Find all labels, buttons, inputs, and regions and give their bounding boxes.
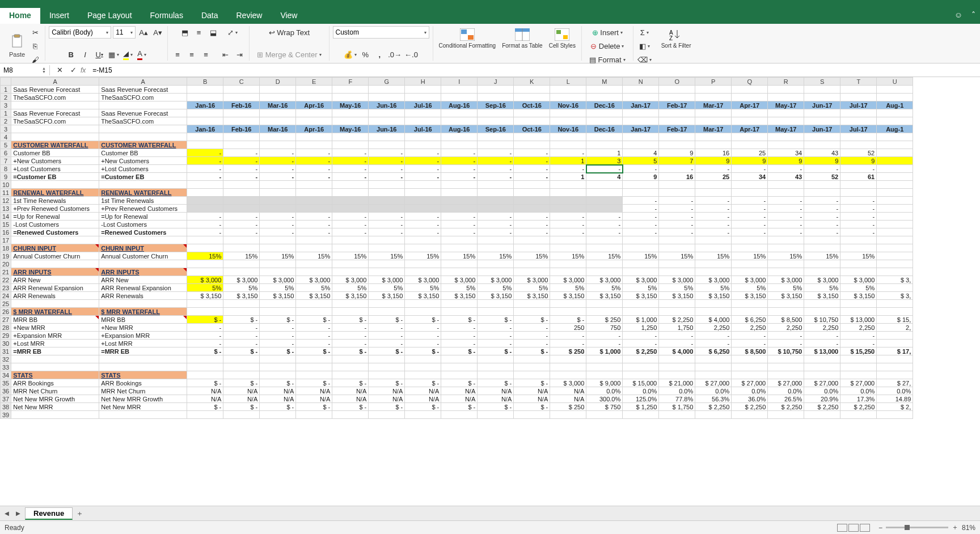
cell[interactable] bbox=[659, 117, 695, 125]
cell[interactable]: Saas Revenue Forecast bbox=[11, 86, 99, 94]
cell[interactable] bbox=[405, 205, 441, 213]
row-header[interactable]: 19 bbox=[1, 252, 11, 260]
cell[interactable]: 9 bbox=[623, 173, 659, 181]
cell[interactable]: MRR BB bbox=[99, 316, 187, 324]
cell[interactable]: 15% bbox=[840, 252, 877, 260]
cell[interactable]: $ - bbox=[405, 403, 441, 411]
cell[interactable] bbox=[332, 236, 369, 244]
cell[interactable] bbox=[768, 94, 804, 101]
cell[interactable]: - bbox=[768, 205, 804, 213]
cell[interactable] bbox=[877, 355, 913, 363]
cell[interactable] bbox=[659, 181, 695, 189]
cell[interactable] bbox=[840, 260, 877, 268]
cell[interactable] bbox=[695, 181, 732, 189]
cell[interactable]: $ 27,000 bbox=[732, 379, 768, 387]
cell[interactable]: 15% bbox=[296, 252, 332, 260]
decrease-indent-button[interactable]: ⇤ bbox=[219, 48, 231, 61]
cell[interactable]: 5% bbox=[478, 284, 514, 292]
cell[interactable]: $ - bbox=[514, 403, 550, 411]
cell[interactable] bbox=[840, 141, 877, 149]
cell[interactable] bbox=[804, 300, 840, 308]
cell[interactable] bbox=[804, 371, 840, 379]
cell[interactable]: +New MRR bbox=[11, 324, 99, 332]
column-header[interactable]: D bbox=[260, 78, 296, 86]
cell[interactable] bbox=[804, 363, 840, 371]
cell[interactable]: $ - bbox=[260, 316, 296, 324]
row-header[interactable]: 13 bbox=[1, 205, 11, 213]
cell[interactable]: 5% bbox=[514, 284, 550, 292]
cell[interactable]: - bbox=[369, 324, 405, 332]
cell[interactable] bbox=[659, 86, 695, 94]
cell[interactable]: $ 3,000 bbox=[332, 276, 369, 284]
cell[interactable]: -Lost Customers bbox=[99, 221, 187, 228]
cell[interactable] bbox=[478, 197, 514, 205]
cell[interactable]: +Prev Renewed Customers bbox=[99, 205, 187, 213]
cell[interactable]: $ - bbox=[441, 403, 478, 411]
row-header[interactable]: 2 bbox=[1, 117, 11, 125]
row-header[interactable]: 39 bbox=[1, 411, 11, 419]
cell[interactable]: - bbox=[804, 228, 840, 236]
cell[interactable] bbox=[877, 308, 913, 316]
cell[interactable] bbox=[296, 109, 332, 117]
percent-button[interactable]: % bbox=[359, 48, 371, 61]
cell[interactable] bbox=[441, 189, 478, 197]
cell[interactable] bbox=[659, 268, 695, 276]
cell[interactable] bbox=[369, 117, 405, 125]
cell[interactable] bbox=[623, 411, 659, 419]
cell[interactable] bbox=[804, 94, 840, 101]
cell[interactable]: - bbox=[768, 221, 804, 228]
cell[interactable]: 0.0% bbox=[840, 387, 877, 395]
spreadsheet-grid[interactable]: AABCDEFGHIJKLMNOPQRSTU1Saas Revenue Fore… bbox=[0, 77, 980, 506]
cell[interactable]: =MRR EB bbox=[11, 347, 99, 355]
cell[interactable] bbox=[223, 260, 260, 268]
cell[interactable]: $ 3,150 bbox=[550, 292, 586, 300]
cell[interactable] bbox=[369, 268, 405, 276]
cell[interactable] bbox=[732, 189, 768, 197]
cell[interactable]: - bbox=[623, 228, 659, 236]
cell[interactable] bbox=[296, 236, 332, 244]
cell[interactable] bbox=[11, 133, 99, 141]
cell[interactable]: $ - bbox=[369, 316, 405, 324]
cell[interactable]: - bbox=[332, 213, 369, 221]
cell[interactable]: - bbox=[623, 332, 659, 340]
cell[interactable] bbox=[332, 268, 369, 276]
cell[interactable]: 34 bbox=[732, 173, 768, 181]
cell[interactable] bbox=[768, 117, 804, 125]
cell[interactable]: Oct-16 bbox=[514, 101, 550, 109]
cell[interactable] bbox=[11, 355, 99, 363]
cell[interactable] bbox=[840, 236, 877, 244]
cell[interactable]: ARR New bbox=[11, 276, 99, 284]
cell[interactable]: - bbox=[405, 221, 441, 228]
cell[interactable] bbox=[768, 308, 804, 316]
cell[interactable]: +Expansion MRR bbox=[11, 332, 99, 340]
cell[interactable] bbox=[11, 236, 99, 244]
cell[interactable] bbox=[732, 141, 768, 149]
cell[interactable] bbox=[296, 260, 332, 268]
cell[interactable]: - bbox=[296, 340, 332, 347]
cell[interactable]: - bbox=[840, 165, 877, 173]
cell[interactable]: - bbox=[369, 332, 405, 340]
cell[interactable] bbox=[223, 244, 260, 252]
cell[interactable]: - bbox=[550, 340, 586, 347]
cell[interactable]: $ 3,000 bbox=[804, 276, 840, 284]
cell[interactable] bbox=[586, 244, 623, 252]
cell[interactable]: 2,250 bbox=[768, 324, 804, 332]
cell[interactable] bbox=[332, 411, 369, 419]
cell[interactable] bbox=[586, 236, 623, 244]
cell[interactable] bbox=[514, 189, 550, 197]
column-header[interactable]: P bbox=[695, 78, 732, 86]
cell[interactable] bbox=[441, 355, 478, 363]
cell[interactable] bbox=[260, 308, 296, 316]
cell[interactable] bbox=[768, 133, 804, 141]
row-header[interactable]: 2 bbox=[1, 94, 11, 101]
sheet-nav-prev[interactable]: ◄ bbox=[2, 509, 11, 518]
cell[interactable]: - bbox=[732, 221, 768, 228]
cell[interactable] bbox=[260, 355, 296, 363]
cell[interactable]: - bbox=[441, 324, 478, 332]
cell[interactable] bbox=[877, 252, 913, 260]
cell[interactable]: - bbox=[260, 173, 296, 181]
cell[interactable] bbox=[332, 117, 369, 125]
cell[interactable] bbox=[296, 197, 332, 205]
row-header[interactable]: 25 bbox=[1, 300, 11, 308]
orientation-button[interactable]: ⤢ bbox=[226, 26, 239, 39]
